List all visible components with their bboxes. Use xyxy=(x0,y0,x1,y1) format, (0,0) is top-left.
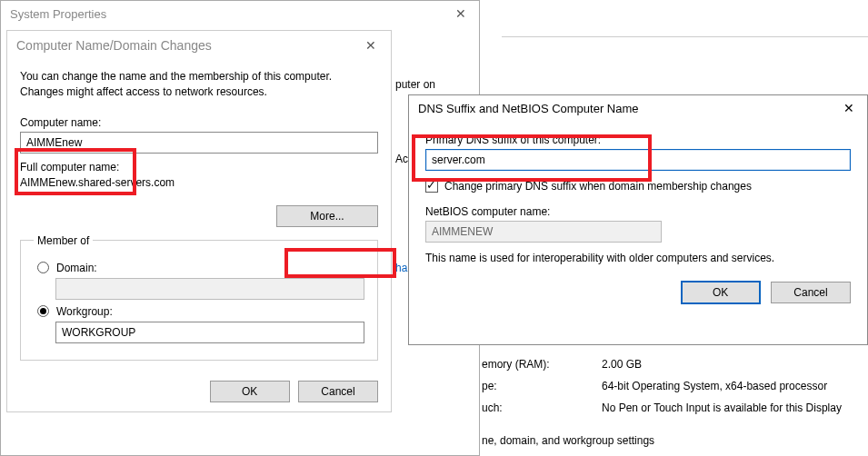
domain-radio-row[interactable]: Domain: xyxy=(37,262,364,274)
member-of-group: Member of Domain: Workgroup: xyxy=(20,234,378,361)
bg-domain-section: ne, domain, and workgroup settings xyxy=(482,434,842,447)
workgroup-radio-row[interactable]: Workgroup: xyxy=(37,305,364,318)
bg-text: puter on xyxy=(395,78,435,91)
member-of-legend: Member of xyxy=(34,234,93,247)
computer-name-label: Computer name: xyxy=(20,116,378,129)
bg-type-label: pe: xyxy=(482,380,591,392)
domain-radio[interactable] xyxy=(37,262,49,273)
full-computer-name-label: Full computer name: xyxy=(20,161,378,173)
primary-dns-label: Primary DNS suffix of this computer: xyxy=(425,134,851,146)
system-properties-titlebar: System Properties ✕ xyxy=(1,1,479,26)
bg-mem-label: emory (RAM): xyxy=(482,358,591,371)
dns-titlebar: DNS Suffix and NetBIOS Computer Name ✕ xyxy=(409,95,867,121)
name-change-buttons: OK Cancel xyxy=(7,372,391,411)
bg-divider xyxy=(502,36,868,37)
domain-radio-label: Domain: xyxy=(56,262,97,274)
computer-name-input[interactable] xyxy=(20,132,378,154)
close-icon[interactable]: ✕ xyxy=(450,6,472,21)
ok-button[interactable]: OK xyxy=(210,381,290,402)
name-change-dialog: Computer Name/Domain Changes ✕ You can c… xyxy=(6,30,392,412)
name-change-title: Computer Name/Domain Changes xyxy=(16,38,212,53)
dns-title: DNS Suffix and NetBIOS Computer Name xyxy=(418,102,639,115)
cancel-button[interactable]: Cancel xyxy=(771,282,851,303)
bg-touch-value: No Pen or Touch Input is available for t… xyxy=(602,401,842,414)
netbios-label: NetBIOS computer name: xyxy=(425,205,851,218)
cancel-button[interactable]: Cancel xyxy=(298,381,378,402)
change-suffix-checkbox[interactable] xyxy=(425,180,438,193)
dns-suffix-dialog: DNS Suffix and NetBIOS Computer Name ✕ P… xyxy=(408,94,868,345)
bg-mem-value: 2.00 GB xyxy=(602,358,842,371)
domain-input xyxy=(55,278,364,300)
ok-button[interactable]: OK xyxy=(681,281,761,304)
workgroup-radio[interactable] xyxy=(37,305,49,317)
change-suffix-checkbox-row[interactable]: Change primary DNS suffix when domain me… xyxy=(425,180,851,193)
workgroup-input[interactable] xyxy=(55,322,364,343)
change-suffix-label: Change primary DNS suffix when domain me… xyxy=(444,180,752,193)
bg-system-info: emory (RAM): 2.00 GB pe: 64-bit Operatin… xyxy=(482,358,842,447)
full-computer-name-value: AIMMEnew.shared-servers.com xyxy=(20,176,378,189)
close-icon[interactable]: ✕ xyxy=(838,101,860,115)
name-change-titlebar: Computer Name/Domain Changes ✕ xyxy=(7,31,391,60)
name-change-description: You can change the name and the membersh… xyxy=(20,69,378,100)
close-icon[interactable]: ✕ xyxy=(360,38,382,53)
dns-note: This name is used for interoperability w… xyxy=(425,252,851,264)
bg-type-value: 64-bit Operating System, x64-based proce… xyxy=(602,380,842,392)
workgroup-radio-label: Workgroup: xyxy=(56,305,113,318)
netbios-input xyxy=(425,221,662,243)
system-properties-title: System Properties xyxy=(10,7,106,21)
more-button[interactable]: More... xyxy=(276,205,378,227)
bg-touch-label: uch: xyxy=(482,401,591,414)
primary-dns-input[interactable] xyxy=(425,149,851,171)
